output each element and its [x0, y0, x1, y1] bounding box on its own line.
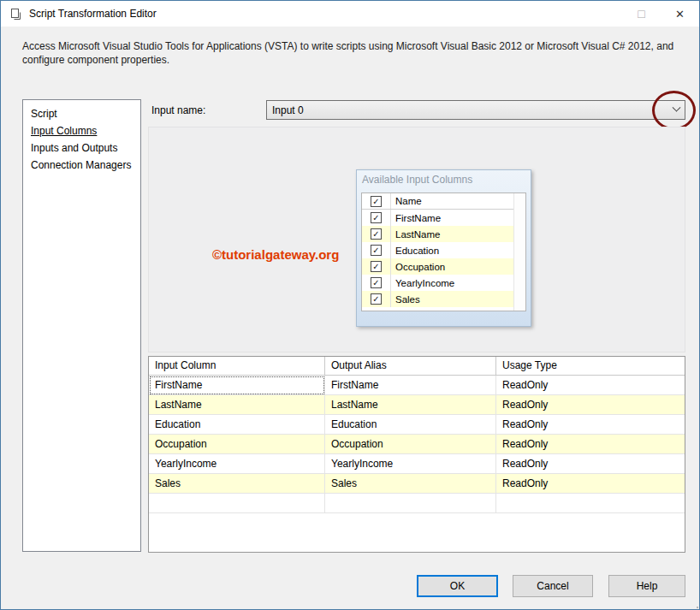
- help-button[interactable]: Help: [608, 575, 685, 597]
- available-column-label: LastName: [391, 229, 513, 240]
- table-cell-output-alias[interactable]: Education: [325, 415, 496, 435]
- watermark: ©tutorialgateway.org: [212, 247, 339, 262]
- maximize-icon: □: [638, 7, 644, 21]
- table-cell-usage-type[interactable]: ReadOnly: [496, 376, 685, 395]
- input-name-label: Input name:: [151, 104, 205, 116]
- table-cell-input-column[interactable]: LastName: [149, 395, 325, 415]
- table-cell-output-alias[interactable]: Sales: [325, 474, 496, 494]
- available-input-columns-title: Available Input Columns: [357, 170, 531, 189]
- close-icon: ✕: [675, 8, 685, 21]
- sidebar-item-connection-managers[interactable]: Connection Managers: [23, 157, 140, 174]
- script-transformation-editor-dialog: Script Transformation Editor □ ✕ Access …: [0, 0, 700, 610]
- available-column-label: Education: [391, 246, 513, 256]
- table-header-input-column: Input Column: [149, 357, 325, 376]
- table-cell-usage-type[interactable]: ReadOnly: [496, 395, 685, 415]
- column-checkbox[interactable]: ✓: [362, 242, 391, 258]
- column-checkbox[interactable]: ✓: [362, 210, 391, 226]
- table-cell-input-column[interactable]: Sales: [149, 474, 325, 494]
- table-cell-input-column[interactable]: Occupation: [149, 435, 325, 454]
- available-column-label: Sales: [391, 294, 513, 305]
- dialog-description: Access Microsoft Visual Studio Tools for…: [22, 39, 688, 67]
- scrollbar-track[interactable]: [514, 193, 525, 311]
- table-cell-input-column[interactable]: YearlyIncome: [149, 454, 325, 474]
- columns-table: Input Column Output Alias Usage Type Fir…: [148, 356, 685, 553]
- column-checkbox[interactable]: ✓: [362, 258, 391, 275]
- table-row: FirstName FirstName ReadOnly: [149, 376, 685, 395]
- table-cell-input-column[interactable]: Education: [149, 415, 325, 435]
- table-cell-input-column[interactable]: FirstName: [149, 376, 325, 395]
- column-checkbox[interactable]: ✓: [362, 291, 391, 307]
- table-header-output-alias: Output Alias: [325, 357, 496, 376]
- table-header-usage-type: Usage Type: [496, 357, 685, 376]
- checkmark-icon: ✓: [371, 277, 382, 288]
- table-cell-usage-type[interactable]: ReadOnly: [496, 474, 685, 494]
- resize-grip[interactable]: [693, 603, 695, 605]
- checkmark-icon: ✓: [371, 293, 382, 305]
- table-cell-output-alias[interactable]: YearlyIncome: [325, 454, 496, 474]
- available-column-row: ✓ Sales: [362, 291, 513, 307]
- available-column-row: ✓ Education: [362, 242, 513, 258]
- titlebar[interactable]: Script Transformation Editor □ ✕: [1, 1, 699, 27]
- table-cell-usage-type[interactable]: ReadOnly: [496, 415, 685, 435]
- table-row: Education Education ReadOnly: [149, 415, 685, 435]
- checkmark-icon: ✓: [371, 212, 382, 223]
- ok-button[interactable]: OK: [417, 575, 498, 597]
- table-cell-usage-type[interactable]: ReadOnly: [496, 454, 685, 474]
- available-column-label: Occupation: [391, 262, 513, 272]
- available-column-header-row: ✓ Name: [362, 193, 513, 210]
- script-transformation-icon: [9, 8, 22, 21]
- table-row: Sales Sales ReadOnly: [149, 474, 685, 494]
- checkmark-icon: ✓: [371, 261, 382, 272]
- table-row-empty: [149, 494, 685, 513]
- input-name-value: Input 0: [267, 104, 667, 116]
- available-column-row: ✓ LastName: [362, 226, 513, 242]
- table-cell-output-alias[interactable]: Occupation: [325, 435, 496, 454]
- available-column-row: ✓ FirstName: [362, 210, 513, 226]
- sidebar-item-inputs-and-outputs[interactable]: Inputs and Outputs: [23, 139, 140, 157]
- table-row: Occupation Occupation ReadOnly: [149, 435, 685, 454]
- table-row: LastName LastName ReadOnly: [149, 395, 685, 415]
- column-checkbox[interactable]: ✓: [362, 275, 391, 291]
- available-column-row: ✓ Occupation: [362, 258, 513, 275]
- checkmark-icon: ✓: [371, 245, 382, 256]
- available-column-label: FirstName: [391, 213, 513, 223]
- sidebar-item-script[interactable]: Script: [23, 105, 140, 122]
- maximize-button[interactable]: □: [622, 1, 661, 27]
- select-all-checkbox[interactable]: ✓: [362, 193, 391, 209]
- window-title: Script Transformation Editor: [29, 8, 157, 20]
- available-column-label: YearlyIncome: [391, 278, 513, 288]
- checkmark-icon: ✓: [371, 196, 382, 207]
- column-checkbox[interactable]: ✓: [362, 226, 391, 242]
- table-cell-output-alias[interactable]: FirstName: [325, 376, 496, 395]
- chevron-down-icon[interactable]: [667, 107, 685, 113]
- close-button[interactable]: ✕: [661, 1, 699, 27]
- cancel-button[interactable]: Cancel: [513, 575, 593, 597]
- checkmark-icon: ✓: [371, 228, 382, 240]
- available-input-columns-grid: ✓ Name ✓ FirstName ✓ LastName ✓ Educatio…: [361, 192, 526, 311]
- table-cell-usage-type[interactable]: ReadOnly: [496, 435, 685, 454]
- table-cell-output-alias[interactable]: LastName: [325, 395, 496, 415]
- available-input-columns-panel: Available Input Columns ✓ Name ✓ FirstNa…: [356, 169, 531, 327]
- sidebar-item-input-columns[interactable]: Input Columns: [23, 122, 140, 139]
- table-row: YearlyIncome YearlyIncome ReadOnly: [149, 454, 685, 474]
- sidebar: Script Input Columns Inputs and Outputs …: [22, 99, 141, 552]
- table-header-row: Input Column Output Alias Usage Type: [149, 357, 685, 376]
- available-column-header-label: Name: [391, 196, 513, 206]
- input-name-combobox[interactable]: Input 0: [266, 100, 685, 120]
- available-column-row: ✓ YearlyIncome: [362, 275, 513, 291]
